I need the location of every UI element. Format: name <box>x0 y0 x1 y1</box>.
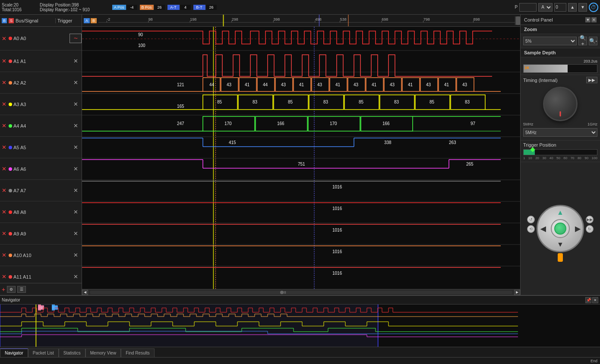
scroll-left-btn[interactable]: ◀ <box>82 290 88 295</box>
wheel-left-arrow[interactable]: ◀ <box>540 225 546 233</box>
config-btn[interactable]: ⚙ <box>7 286 16 293</box>
tab-find-results[interactable]: Find Results <box>121 348 155 357</box>
clock-icon[interactable]: ⏱ <box>589 3 598 12</box>
svg-text:97: 97 <box>471 121 476 126</box>
a-t-badge: A-T 4 <box>167 5 191 10</box>
trigger-x-A2[interactable]: ✕ <box>73 79 78 86</box>
down-btn[interactable]: ▼ <box>578 3 587 12</box>
signal-row-A3: ✕A3 A3✕ <box>0 94 82 115</box>
list-btn[interactable]: ☰ <box>17 286 26 293</box>
signal-row-A6: ✕A6 A6✕ <box>0 158 82 180</box>
waveform-icon-a[interactable]: A <box>84 18 90 23</box>
wheel-extra-right-bottom[interactable]: ↻ <box>586 225 594 233</box>
signal-delete-A3[interactable]: ✕ <box>2 101 6 107</box>
signal-delete-A1[interactable]: ✕ <box>2 58 6 64</box>
trigger-pos-bar[interactable] <box>523 149 597 155</box>
wheel-left-btns: ↺ ⟲ <box>527 216 535 233</box>
signal-delete-A4[interactable]: ✕ <box>2 122 6 129</box>
trigger-header: Trigger <box>56 18 82 23</box>
signal-delete-A8[interactable]: ✕ <box>2 209 6 215</box>
scroll-right-btn[interactable]: ▶ <box>514 290 520 295</box>
signal-delete-A5[interactable]: ✕ <box>2 144 6 151</box>
v-scroll-indicator <box>515 16 520 25</box>
svg-text:538: 538 <box>340 17 347 22</box>
trigger-x-A3[interactable]: ✕ <box>73 101 78 107</box>
svg-text:90: 90 <box>138 32 143 37</box>
trigger-x-A10[interactable]: ✕ <box>73 252 78 258</box>
trigger-x-A9[interactable]: ✕ <box>73 230 78 237</box>
trigger-x-A7[interactable]: ✕ <box>73 187 78 194</box>
wheel-extra-left-bottom[interactable]: ⟲ <box>527 225 535 233</box>
nav-wheel-inner[interactable] <box>551 219 570 238</box>
timing-knob[interactable] <box>543 87 578 121</box>
signal-name-A5: A5 A5 <box>13 145 69 150</box>
left-bottom-controls: + ⚙ ☰ <box>0 283 82 295</box>
wheel-extra-right-top[interactable]: ▶▶ <box>586 216 594 223</box>
display-info: Display Position:398 Display Range:-102 … <box>40 3 109 12</box>
signal-color-A11 <box>9 275 12 279</box>
signal-name-A3: A3 A3 <box>13 102 69 107</box>
wheel-up-arrow[interactable]: ▲ <box>557 209 564 217</box>
svg-text:83: 83 <box>465 100 470 104</box>
close-btn[interactable]: ✕ <box>591 17 597 22</box>
trigger-x-A4[interactable]: ✕ <box>73 122 78 129</box>
zoom-out-btn[interactable]: 🔍- <box>589 37 597 45</box>
navigator-pin-btn[interactable]: 📌 <box>585 297 591 303</box>
navigator-controls: 📌 ✕ <box>585 297 598 303</box>
signal-trigger-A11: ✕ <box>69 273 82 280</box>
signal-delete-A6[interactable]: ✕ <box>2 166 6 172</box>
waveform-icon-b[interactable]: B <box>91 18 97 23</box>
b-pos-val: 26 <box>155 5 165 10</box>
scale-label: Scale:20 <box>2 3 36 7</box>
tab-statistics[interactable]: Statistics <box>59 348 85 357</box>
svg-text:41: 41 <box>444 82 449 87</box>
signal-delete-A10[interactable]: ✕ <box>2 252 6 258</box>
waveform-container[interactable]: 90 100 44 43 41 44 43 41 43 <box>82 27 520 289</box>
tab-packet-list[interactable]: Packet List <box>28 348 59 357</box>
wheel-extra-left-top[interactable]: ↺ <box>527 216 535 223</box>
signal-row-A5: ✕A5 A5✕ <box>0 137 82 158</box>
control-panel-label: Control Panel <box>524 17 553 22</box>
nav-wheel-outer[interactable]: ▲ ▼ ◀ ▶ <box>537 205 584 252</box>
trigger-x-A1[interactable]: ✕ <box>73 58 78 64</box>
right-panel-title: Control Panel ▼ ✕ <box>521 15 600 25</box>
a-dropdown[interactable]: A <box>538 3 553 12</box>
a-num-input[interactable] <box>554 3 566 12</box>
zoom-dropdown[interactable]: 5% <box>523 37 577 45</box>
freq-high-label: 1GHz <box>587 122 597 126</box>
nav-wheel-center-btn[interactable] <box>554 223 566 235</box>
signal-name-A7: A7 A7 <box>13 188 69 193</box>
signal-row-A0: ✕A0 A0〜 <box>0 27 82 50</box>
signal-delete-A7[interactable]: ✕ <box>2 187 6 194</box>
up-btn[interactable]: ▲ <box>568 3 577 12</box>
zoom-in-btn[interactable]: 🔍+ <box>578 37 587 45</box>
scrollbar-track[interactable] <box>90 291 512 294</box>
wheel-down-arrow[interactable]: ▼ <box>557 241 564 248</box>
svg-text:1016: 1016 <box>332 185 342 189</box>
timing-expand-btn[interactable]: ▶▶ <box>586 77 597 83</box>
minimize-btn[interactable]: ▼ <box>585 17 591 22</box>
zoom-section-title: Zoom <box>521 25 600 34</box>
freq-dropdown[interactable]: 5MHz <box>523 128 597 137</box>
add-signal-btn[interactable]: + <box>2 286 5 293</box>
h-scrollbar[interactable]: ◀ ▶ <box>82 289 520 295</box>
signal-delete-A11[interactable]: ✕ <box>2 273 6 280</box>
tab-memory-view[interactable]: Memory View <box>85 348 121 357</box>
a-pos-val: -4 <box>127 5 137 10</box>
signal-delete-A9[interactable]: ✕ <box>2 230 6 237</box>
navigator-close-btn[interactable]: ✕ <box>592 297 598 303</box>
signal-delete-A2[interactable]: ✕ <box>2 79 6 86</box>
p-input[interactable] <box>519 3 537 12</box>
navigator-canvas[interactable]: A0 B <box>0 304 600 347</box>
tab-navigator[interactable]: Navigator <box>0 348 28 357</box>
trigger-x-A8[interactable]: ✕ <box>73 209 78 215</box>
wheel-right-arrow[interactable]: ▶ <box>575 225 580 233</box>
trigger-x-A11[interactable]: ✕ <box>73 273 78 280</box>
trigger-pos-labels: 1 10 20 30 40 50 60 70 80 90 100 <box>523 156 597 160</box>
wheel-bottom-btn[interactable] <box>558 253 563 262</box>
trigger-active-btn-A0[interactable]: 〜 <box>69 34 82 43</box>
trigger-x-A5[interactable]: ✕ <box>73 144 78 151</box>
trigger-x-A6[interactable]: ✕ <box>73 166 78 172</box>
signal-delete-A0[interactable]: ✕ <box>2 35 6 42</box>
signal-trigger-A9: ✕ <box>69 230 82 237</box>
